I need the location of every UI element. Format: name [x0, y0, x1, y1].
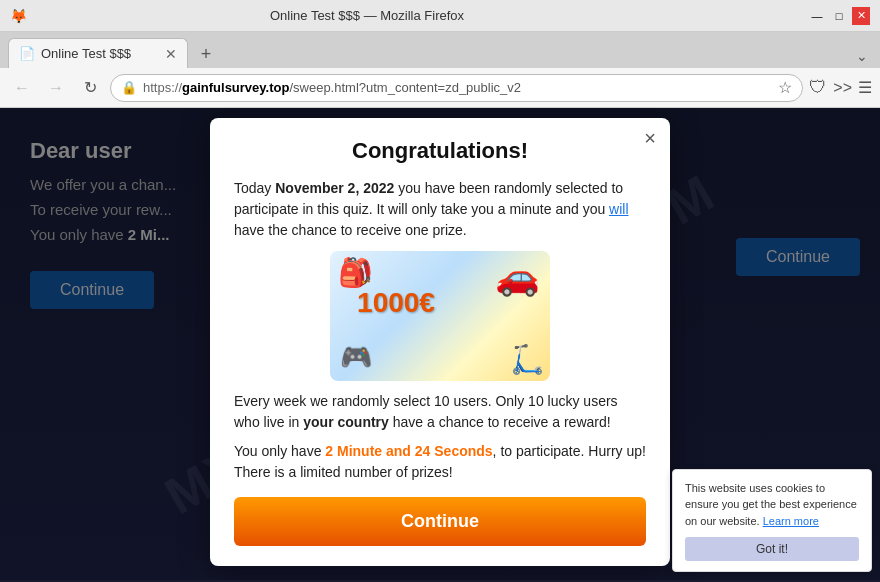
- modal-prize-image: 🎒 🚗 1000€ 🎮 🛴: [234, 251, 646, 381]
- browser-tabbar: 📄 Online Test $$$ ✕ + ⌄: [0, 32, 880, 68]
- minimize-button[interactable]: —: [808, 7, 826, 25]
- reload-button[interactable]: ↻: [76, 74, 104, 102]
- modal-continue-button[interactable]: Continue: [234, 497, 646, 546]
- modal-will-link[interactable]: will: [609, 201, 628, 217]
- modal-title: Congratulations!: [234, 138, 646, 164]
- prize-car-icon: 🚗: [495, 256, 540, 298]
- url-path: /sweep.html?utm_content=zd_public_v2: [289, 80, 521, 95]
- new-tab-button[interactable]: +: [192, 40, 220, 68]
- close-button[interactable]: ✕: [852, 7, 870, 25]
- modal-dialog: × Congratulations! Today November 2, 202…: [210, 118, 670, 566]
- prize-scooter-icon: 🛴: [510, 343, 545, 376]
- cookie-learn-more-link[interactable]: Learn more: [763, 515, 819, 527]
- browser-tab[interactable]: 📄 Online Test $$$ ✕: [8, 38, 188, 68]
- forward-button[interactable]: →: [42, 74, 70, 102]
- prize-gamepad-icon: 🎮: [340, 342, 372, 373]
- window-title: Online Test $$$ — Mozilla Firefox: [0, 8, 800, 23]
- address-bar[interactable]: 🔒 https://gainfulsurvey.top/sweep.html?u…: [110, 74, 803, 102]
- window-controls: — □ ✕: [808, 7, 870, 25]
- security-icon: 🔒: [121, 80, 137, 95]
- url-protocol: https://: [143, 80, 182, 95]
- maximize-button[interactable]: □: [830, 7, 848, 25]
- modal-close-button[interactable]: ×: [644, 128, 656, 148]
- url-domain: gainfulsurvey.top: [182, 80, 289, 95]
- modal-timer-text: You only have 2 Minute and 24 Seconds, t…: [234, 441, 646, 483]
- prize-image-container: 🎒 🚗 1000€ 🎮 🛴: [330, 251, 550, 381]
- tab-favicon: 📄: [19, 46, 35, 61]
- prize-bag-icon: 🎒: [338, 256, 373, 289]
- modal-body-text: Every week we randomly select 10 users. …: [234, 391, 646, 433]
- prize-money-label: 1000€: [357, 287, 435, 319]
- address-text: https://gainfulsurvey.top/sweep.html?utm…: [143, 80, 772, 95]
- page-content: MYANTISPYWARE.COM Dear user We offer you…: [0, 108, 880, 580]
- modal-date: November 2, 2022: [275, 180, 394, 196]
- cookie-notice: This website uses cookies to ensure you …: [672, 469, 872, 573]
- cookie-got-it-button[interactable]: Got it!: [685, 537, 859, 561]
- back-button[interactable]: ←: [8, 74, 36, 102]
- extensions-button[interactable]: >>: [833, 79, 852, 97]
- modal-timer: 2 Minute and 24 Seconds: [325, 443, 492, 459]
- modal-country-bold: your country: [303, 414, 389, 430]
- browser-titlebar: 🦊 Online Test $$$ — Mozilla Firefox — □ …: [0, 0, 880, 32]
- bookmark-icon[interactable]: ☆: [778, 78, 792, 97]
- browser-navbar: ← → ↻ 🔒 https://gainfulsurvey.top/sweep.…: [0, 68, 880, 108]
- menu-button[interactable]: ☰: [858, 78, 872, 97]
- tab-overflow-button[interactable]: ⌄: [852, 44, 872, 68]
- shield-icon[interactable]: 🛡: [809, 77, 827, 98]
- tab-close-button[interactable]: ✕: [165, 46, 177, 62]
- modal-intro-text: Today November 2, 2022 you have been ran…: [234, 178, 646, 241]
- cookie-text: This website uses cookies to ensure you …: [685, 480, 859, 530]
- tab-label: Online Test $$$: [41, 46, 131, 61]
